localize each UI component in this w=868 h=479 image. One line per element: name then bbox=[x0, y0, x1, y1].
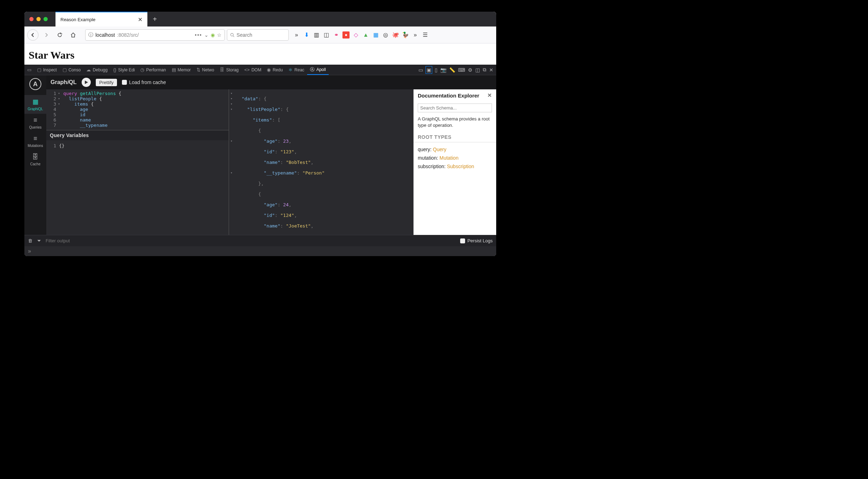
schema-search-input[interactable] bbox=[420, 105, 489, 111]
devtools-tab-react[interactable]: ⚛Reac bbox=[286, 65, 307, 75]
search-bar[interactable] bbox=[227, 29, 289, 41]
filter-output-input[interactable] bbox=[46, 238, 116, 243]
devtools-tab-inspector[interactable]: ▢Inspect bbox=[34, 65, 60, 75]
ext2-icon[interactable]: ■ bbox=[342, 31, 350, 39]
apollo-ext-icon[interactable]: ◇ bbox=[352, 31, 359, 39]
overflow-icon[interactable]: » bbox=[293, 31, 300, 39]
devtools-tab-performance[interactable]: ◷Performan bbox=[137, 65, 169, 75]
maximize-window-button[interactable] bbox=[43, 17, 48, 21]
forward-button[interactable] bbox=[41, 29, 52, 41]
devtools-console-prompt[interactable]: » bbox=[24, 246, 496, 256]
close-doc-explorer-icon[interactable]: ✕ bbox=[487, 92, 492, 99]
clear-icon[interactable]: 🗑 bbox=[28, 238, 33, 243]
phone-icon[interactable]: ▯ bbox=[435, 67, 438, 73]
query-editor[interactable]: 1 2 3 4 5 6 7 ▾▾▾ bbox=[46, 89, 229, 130]
devtools-tab-storage[interactable]: 🗄Storag bbox=[217, 65, 241, 75]
queries-icon: ≡ bbox=[34, 117, 37, 124]
graphiql-panes: 1 2 3 4 5 6 7 ▾▾▾ bbox=[46, 89, 496, 235]
documentation-explorer: Documentation Explorer ✕ A GraphQL schem… bbox=[414, 89, 496, 235]
root-type-subscription[interactable]: subscription: Subscription bbox=[414, 162, 496, 171]
library-icon[interactable]: ▥ bbox=[313, 31, 320, 39]
devtools-tab-apollo[interactable]: ⒶApoll bbox=[307, 65, 329, 75]
devtools-tab-dom[interactable]: <>DOM bbox=[241, 65, 264, 75]
keyboard-icon[interactable]: ⌨ bbox=[458, 67, 465, 73]
screenshot-icon[interactable]: 📷 bbox=[440, 67, 446, 73]
load-cache-checkbox[interactable] bbox=[122, 80, 127, 85]
ext6-icon[interactable]: 🐙 bbox=[392, 31, 399, 39]
new-tab-button[interactable]: + bbox=[147, 12, 162, 26]
savanta-icon[interactable]: ◉ bbox=[211, 32, 215, 38]
sidebar-item-mutations[interactable]: ≡ Mutations bbox=[24, 132, 46, 150]
info-icon[interactable]: ⓘ bbox=[88, 32, 93, 38]
rwd-icon[interactable]: ▭ bbox=[418, 67, 423, 73]
hamburger-menu-icon[interactable]: ☰ bbox=[422, 31, 429, 39]
ext3-icon[interactable]: ▲ bbox=[362, 31, 369, 39]
download-icon[interactable]: ⬇ bbox=[303, 31, 310, 39]
browser-window: Reason Example ✕ + ⓘ localhost:8082/src/… bbox=[24, 12, 496, 256]
ruler-icon[interactable]: 📏 bbox=[449, 67, 455, 73]
back-button[interactable] bbox=[27, 29, 39, 41]
devtools-panel: ▭ ▢Inspect ▢Conso ☁Debugg {}Style Edi ◷P… bbox=[24, 65, 496, 256]
graphiql-toolbar: GraphiQL Prettify Load from cache bbox=[46, 75, 496, 89]
schema-search[interactable] bbox=[418, 104, 492, 112]
devtools-tab-memory[interactable]: ▤Memor bbox=[169, 65, 194, 75]
pick-element-icon[interactable]: ▭ bbox=[24, 65, 34, 75]
ext1-icon[interactable]: ⚭ bbox=[333, 31, 340, 39]
ext7-icon[interactable]: 🦆 bbox=[402, 31, 409, 39]
extension-icons-area: » ⬇ ▥ ◫ ⚭ ■ ◇ ▲ ▦ ◎ 🐙 🦆 » ☰ bbox=[293, 31, 429, 39]
overflow2-icon[interactable]: » bbox=[412, 31, 419, 39]
pocket-icon[interactable]: ⌄ bbox=[204, 32, 209, 38]
devtools-footer-bar: 🗑 ⏷ Persist Logs bbox=[24, 235, 496, 246]
graphiql-icon: ▦ bbox=[33, 98, 39, 106]
devtools-tab-console[interactable]: ▢Conso bbox=[60, 65, 84, 75]
sidebar-icon[interactable]: ◫ bbox=[323, 31, 330, 39]
result-panel[interactable]: ▾▾▾▾ ▾ ▾ "data": { "listPeople": { "item… bbox=[229, 89, 414, 235]
devtools-tab-style[interactable]: {}Style Edi bbox=[110, 65, 137, 75]
root-type-mutation[interactable]: mutation: Mutation bbox=[414, 154, 496, 162]
dock-side-icon[interactable]: ◫ bbox=[475, 67, 480, 73]
page-content-area: Star Wars ▭ ▢Inspect ▢Conso ☁Debugg {}St… bbox=[24, 43, 496, 256]
devtools-tab-debugger[interactable]: ☁Debugg bbox=[83, 65, 110, 75]
persist-logs-checkbox[interactable] bbox=[460, 238, 465, 243]
close-tab-icon[interactable]: ✕ bbox=[138, 16, 142, 23]
query-variables-header[interactable]: Query Variables bbox=[46, 130, 229, 140]
query-variables-editor[interactable]: 1 {} bbox=[46, 140, 229, 235]
root-types-heading: ROOT TYPES bbox=[414, 130, 496, 142]
home-button[interactable] bbox=[68, 29, 79, 41]
browser-toolbar: ⓘ localhost:8082/src/ ••• ⌄ ◉ ☆ » ⬇ ▥ ◫ … bbox=[24, 26, 496, 43]
mutations-icon: ≡ bbox=[34, 135, 37, 142]
browser-tab[interactable]: Reason Example ✕ bbox=[55, 12, 147, 26]
close-devtools-icon[interactable]: ✕ bbox=[489, 67, 493, 73]
close-window-button[interactable] bbox=[29, 17, 34, 21]
frame-select-icon[interactable]: ▣ bbox=[426, 66, 432, 73]
sidebar-item-graphiql[interactable]: ▦ GraphiQL bbox=[24, 95, 46, 114]
search-input[interactable] bbox=[236, 32, 286, 38]
settings-icon[interactable]: ⚙ bbox=[468, 67, 473, 73]
filter-icon[interactable]: ⏷ bbox=[37, 238, 41, 243]
sidebar-item-queries[interactable]: ≡ Queries bbox=[24, 114, 46, 132]
tab-title: Reason Example bbox=[60, 17, 95, 22]
search-icon bbox=[230, 32, 234, 37]
minimize-window-button[interactable] bbox=[36, 17, 41, 21]
ext5-icon[interactable]: ◎ bbox=[382, 31, 389, 39]
sidebar-item-cache[interactable]: 🗄 Cache bbox=[24, 150, 46, 169]
prettify-button[interactable]: Prettify bbox=[96, 79, 117, 86]
devtools-tab-redux[interactable]: ◉Redu bbox=[264, 65, 286, 75]
ext4-icon[interactable]: ▦ bbox=[372, 31, 379, 39]
bookmark-star-icon[interactable]: ☆ bbox=[217, 32, 222, 38]
devtools-toolbar-right: ▭ ▣ ▯ 📷 📏 ⌨ ⚙ ◫ ⧉ ✕ bbox=[418, 66, 496, 73]
popout-icon[interactable]: ⧉ bbox=[483, 67, 486, 73]
page-actions-icon[interactable]: ••• bbox=[195, 32, 202, 38]
doc-explorer-title: Documentation Explorer bbox=[418, 93, 479, 99]
persist-logs-toggle[interactable]: Persist Logs bbox=[460, 238, 493, 243]
fold-gutter: ▾▾▾ bbox=[57, 89, 61, 130]
devtools-tab-network[interactable]: ⇅Netwo bbox=[194, 65, 217, 75]
root-type-query[interactable]: query: Query bbox=[414, 145, 496, 154]
code-body[interactable]: query getAllPersons { listPeople { items… bbox=[61, 89, 123, 130]
result-fold-gutter: ▾▾▾▾ ▾ ▾ bbox=[229, 89, 234, 235]
tab-bar: Reason Example ✕ + bbox=[24, 12, 496, 26]
execute-query-button[interactable] bbox=[82, 78, 91, 87]
reload-button[interactable] bbox=[54, 29, 65, 41]
load-from-cache-toggle[interactable]: Load from cache bbox=[122, 79, 166, 85]
url-bar[interactable]: ⓘ localhost:8082/src/ ••• ⌄ ◉ ☆ bbox=[85, 29, 225, 41]
